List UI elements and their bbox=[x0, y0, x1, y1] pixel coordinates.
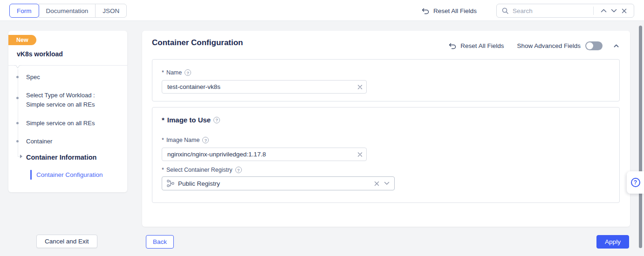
sidebar-item-container[interactable]: Container bbox=[26, 137, 52, 146]
search-icon bbox=[501, 7, 509, 14]
help-flyout-button[interactable]: ? bbox=[627, 171, 644, 194]
image-name-input-wrap bbox=[162, 148, 367, 161]
tree-bullet bbox=[16, 122, 19, 124]
name-field-label: * Name ? bbox=[162, 69, 191, 76]
image-fieldset: * Image to Use ? * Image Name ? * Select… bbox=[152, 107, 620, 203]
image-name-clear-icon[interactable] bbox=[357, 152, 363, 157]
name-clear-icon[interactable] bbox=[357, 84, 363, 89]
panel-title: Container Configuration bbox=[152, 38, 243, 47]
tab-form[interactable]: Form bbox=[9, 4, 39, 18]
name-help-icon[interactable]: ? bbox=[185, 69, 191, 76]
image-name-label: * Image Name ? bbox=[162, 137, 209, 143]
registry-selected-value: Public Registry bbox=[178, 180, 374, 187]
name-fieldset: * Name ? bbox=[152, 59, 620, 101]
registry-clear-icon[interactable] bbox=[374, 181, 379, 186]
tree-bullet bbox=[16, 76, 19, 78]
name-input[interactable] bbox=[162, 80, 367, 94]
toggle-knob bbox=[586, 42, 593, 49]
active-item-bar bbox=[30, 170, 32, 180]
sidebar-item-spec[interactable]: Spec bbox=[26, 73, 40, 82]
show-advanced-fields-toggle[interactable] bbox=[585, 41, 603, 50]
registry-nodes-icon bbox=[167, 180, 174, 187]
image-name-help-icon[interactable]: ? bbox=[202, 137, 209, 143]
apply-button[interactable]: Apply bbox=[596, 235, 629, 249]
cancel-and-exit-button[interactable]: Cancel and Exit bbox=[36, 235, 97, 248]
reset-icon bbox=[449, 42, 457, 49]
workload-sidebar: New vK8s workload Spec Select Type of Wo… bbox=[8, 31, 127, 192]
registry-chevron-down-icon[interactable] bbox=[384, 182, 390, 185]
registry-select[interactable]: Public Registry bbox=[162, 176, 395, 190]
view-tabs: Form Documentation JSON bbox=[9, 4, 127, 18]
divider-notch-icon bbox=[14, 65, 21, 68]
reset-all-fields-label: Reset All Fields bbox=[433, 7, 477, 14]
top-bar: Form Documentation JSON Reset All Fields bbox=[0, 0, 644, 21]
container-configuration-panel: Container Configuration Reset All Fields… bbox=[142, 31, 630, 227]
collapse-section-icon[interactable] bbox=[614, 44, 619, 47]
expand-arrow-icon bbox=[20, 155, 22, 158]
back-button[interactable]: Back bbox=[146, 235, 174, 249]
search-bar bbox=[496, 4, 634, 18]
tab-documentation[interactable]: Documentation bbox=[39, 4, 96, 18]
search-input[interactable] bbox=[513, 7, 590, 14]
reset-all-fields-button[interactable]: Reset All Fields bbox=[422, 4, 477, 18]
required-marker: * bbox=[162, 137, 164, 143]
tree-bullet bbox=[16, 97, 19, 99]
registry-help-icon[interactable]: ? bbox=[235, 167, 242, 173]
image-section-help-icon[interactable]: ? bbox=[213, 117, 220, 123]
sidebar-item-select-type-of-workload[interactable]: Select Type of Workload : Simple service… bbox=[26, 91, 113, 109]
sidebar-divider bbox=[8, 65, 127, 68]
new-badge: New bbox=[8, 35, 36, 45]
tree-connector-line bbox=[18, 69, 18, 157]
required-marker: * bbox=[162, 116, 164, 124]
vertical-scrollbar[interactable] bbox=[639, 26, 642, 248]
panel-header-controls: Reset All Fields Show Advanced Fields bbox=[449, 41, 619, 50]
sidebar-item-container-configuration[interactable]: Container Configuration bbox=[36, 170, 103, 180]
required-marker: * bbox=[162, 167, 164, 173]
search-prev-button[interactable] bbox=[598, 6, 609, 16]
sidebar-item-container-information[interactable]: Container Information bbox=[26, 153, 96, 162]
tree-bullet bbox=[16, 140, 19, 142]
sidebar-title: vK8s workload bbox=[17, 50, 63, 58]
image-section-heading: * Image to Use ? bbox=[162, 116, 220, 124]
search-separator bbox=[593, 7, 594, 15]
tab-json[interactable]: JSON bbox=[95, 4, 127, 18]
name-input-wrap bbox=[162, 80, 367, 94]
panel-reset-label: Reset All Fields bbox=[460, 42, 504, 49]
search-close-icon[interactable] bbox=[619, 6, 629, 16]
advanced-fields-label: Show Advanced Fields bbox=[517, 42, 581, 49]
sidebar-item-simple-service[interactable]: Simple service on all REs bbox=[26, 119, 95, 128]
reset-icon bbox=[422, 7, 430, 14]
search-next-button[interactable] bbox=[609, 6, 619, 16]
page: Form Documentation JSON Reset All Fields bbox=[0, 0, 644, 256]
image-name-input[interactable] bbox=[162, 148, 367, 161]
registry-label: * Select Container Registry ? bbox=[162, 167, 242, 173]
required-marker: * bbox=[162, 69, 164, 76]
help-icon: ? bbox=[631, 178, 640, 187]
panel-reset-all-fields-button[interactable]: Reset All Fields bbox=[449, 42, 504, 49]
